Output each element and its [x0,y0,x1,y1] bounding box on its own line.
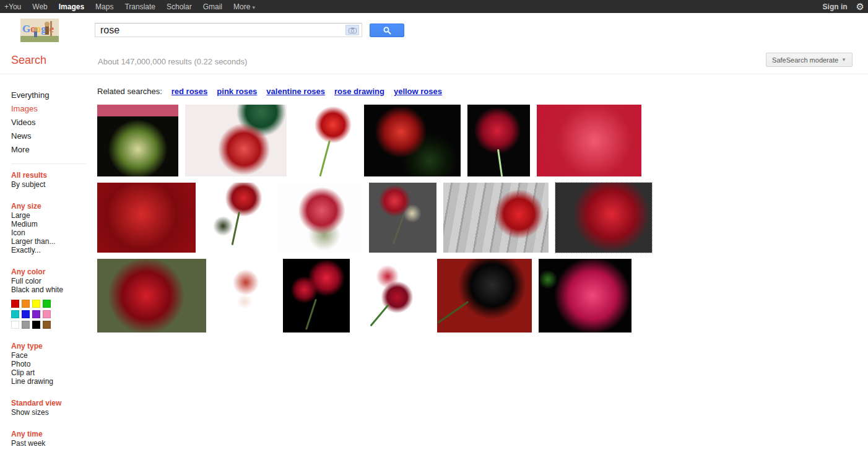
filter-option-face[interactable]: Face [11,351,97,360]
filter-panel: All resultsBy subjectAny sizeLargeMedium… [11,171,97,448]
image-result[interactable] [278,183,362,253]
related-link-rose-drawing[interactable]: rose drawing [334,87,384,96]
safesearch-dropdown[interactable]: SafeSearch moderate ▼ [766,53,853,67]
color-swatch[interactable] [43,321,51,329]
filter-option-by-subject[interactable]: By subject [11,180,97,189]
filter-option-icon[interactable]: Icon [11,228,97,237]
results-row [97,105,778,176]
google-logo-doodle[interactable]: Google [20,17,59,43]
sidebar-item-images[interactable]: Images [11,102,97,116]
filter-group: Any timePast week [11,430,97,448]
related-link-yellow-roses[interactable]: yellow roses [394,87,442,96]
sidebar-item-videos[interactable]: Videos [11,116,97,129]
search-button[interactable] [370,24,404,37]
camera-search-icon[interactable] [345,25,359,35]
topnav-translate[interactable]: Translate [119,2,161,11]
filter-option-large[interactable]: Large [11,211,97,220]
filter-selected-any-size[interactable]: Any size [11,202,97,211]
camera-glyph [349,27,357,33]
filter-option-exactly-[interactable]: Exactly... [11,246,97,254]
topnav-scholar[interactable]: Scholar [161,2,197,11]
color-swatch[interactable] [32,300,40,308]
color-swatch[interactable] [22,321,30,329]
filter-option-line-drawing[interactable]: Line drawing [11,377,97,386]
filter-option-full-color[interactable]: Full color [11,277,97,285]
topnav-images[interactable]: Images [53,2,90,11]
filter-selected-any-color[interactable]: Any color [11,267,97,277]
google-doodle-art: Google [20,17,59,43]
image-result[interactable] [539,259,631,332]
color-swatch[interactable] [32,310,40,318]
image-result[interactable] [357,259,430,332]
related-link-red-roses[interactable]: red roses [171,87,208,96]
search-header: Google Search About 147,000,000 results … [0,13,868,74]
sidebar-item-more[interactable]: More [11,143,97,157]
image-result[interactable] [467,105,530,176]
filter-option-show-sizes[interactable]: Show sizes [11,408,97,417]
topnav-maps[interactable]: Maps [90,2,119,11]
image-result[interactable] [97,105,178,176]
filter-option-past-week[interactable]: Past week [11,439,97,448]
search-mode-label: Search [11,54,46,67]
color-swatch[interactable] [43,310,51,318]
color-swatch[interactable] [11,300,19,308]
left-sidebar: EverythingImagesVideosNewsMore All resul… [0,75,97,448]
filter-selected-standard-view[interactable]: Standard view [11,399,97,408]
rose-stem-art [231,212,240,245]
rose-stem-art [319,141,330,176]
filter-option-clip-art[interactable]: Clip art [11,368,97,377]
image-result[interactable] [293,105,357,176]
image-result[interactable] [202,183,271,253]
topnav-plusyou[interactable]: +You [0,2,27,11]
gear-icon[interactable]: ⚙ [856,2,864,11]
filter-group: Standard viewShow sizes [11,399,97,417]
related-link-valentine-roses[interactable]: valentine roses [266,87,325,96]
color-swatch[interactable] [22,310,30,318]
sidebar-divider [11,163,86,164]
filter-option-black-and-white[interactable]: Black and white [11,285,97,294]
filter-group: Any typeFacePhotoClip artLine drawing [11,342,97,386]
filter-option-medium[interactable]: Medium [11,220,97,228]
safesearch-label: SafeSearch moderate [772,56,838,64]
color-swatch[interactable] [32,321,40,329]
chevron-down-icon: ▾ [252,4,255,11]
image-result[interactable] [443,183,549,253]
sidebar-item-news[interactable]: News [11,129,97,143]
image-result[interactable] [97,259,206,332]
filter-option-photo[interactable]: Photo [11,360,97,368]
image-result[interactable] [213,259,276,332]
color-swatch[interactable] [22,300,30,308]
color-swatch[interactable] [11,321,19,329]
image-result[interactable] [369,183,436,253]
related-searches-label: Related searches: [97,87,162,96]
image-result[interactable] [283,259,350,332]
topnav-more[interactable]: More▾ [228,2,261,11]
rose-stem-art [305,299,317,330]
filter-selected-all-results[interactable]: All results [11,171,97,180]
topnav-gmail[interactable]: Gmail [197,2,228,11]
search-input[interactable] [95,24,345,37]
rose-stem-art [497,149,503,176]
top-black-bar: +YouWebImagesMapsTranslateScholarGmailMo… [0,0,868,13]
filter-selected-any-type[interactable]: Any type [11,342,97,351]
results-stats: About 147,000,000 results (0.22 seconds) [98,57,247,66]
image-result[interactable] [97,183,196,253]
color-swatch[interactable] [43,300,51,308]
image-result[interactable] [364,105,461,176]
topnav-web[interactable]: Web [27,2,53,11]
related-link-pink-roses[interactable]: pink roses [217,87,257,96]
related-searches: Related searches: red rosespink rosesval… [97,87,778,96]
related-links: red rosespink rosesvalentine rosesrose d… [162,87,442,96]
search-magnifier-icon [383,27,391,35]
filter-option-larger-than-[interactable]: Larger than... [11,237,97,246]
image-result[interactable] [437,259,532,332]
sign-in-link[interactable]: Sign in [823,2,848,11]
color-swatch[interactable] [11,310,19,318]
image-result[interactable] [185,105,287,176]
results-row [97,259,778,332]
results-main: Related searches: red rosespink rosesval… [97,75,778,339]
filter-selected-any-time[interactable]: Any time [11,430,97,439]
image-result[interactable] [555,183,652,253]
image-result[interactable] [537,105,641,176]
sidebar-item-everything[interactable]: Everything [11,89,97,102]
